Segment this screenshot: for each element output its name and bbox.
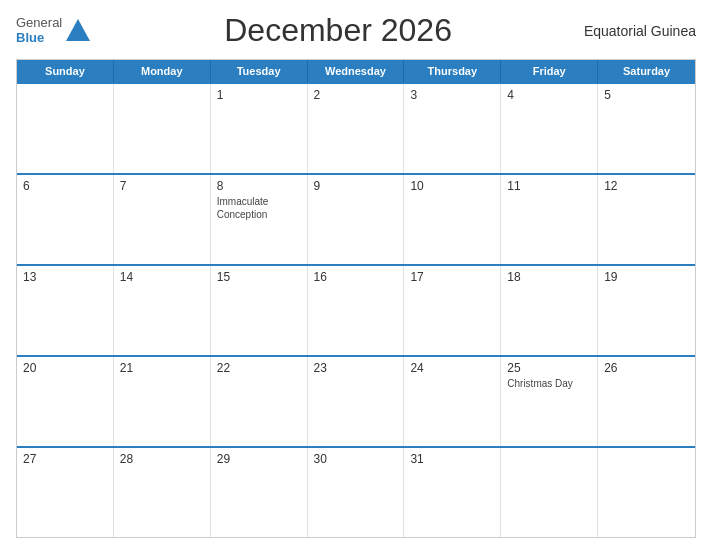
calendar-cell: 4: [501, 84, 598, 173]
calendar-cell: 3: [404, 84, 501, 173]
calendar-week-2: 678Immaculate Conception9101112: [17, 173, 695, 264]
calendar-cell: [114, 84, 211, 173]
header-day-wednesday: Wednesday: [308, 60, 405, 82]
day-number: 28: [120, 452, 204, 466]
logo-general: General: [16, 16, 62, 30]
calendar-cell: 6: [17, 175, 114, 264]
calendar-cell: 31: [404, 448, 501, 537]
header-day-thursday: Thursday: [404, 60, 501, 82]
logo-text: General Blue: [16, 16, 62, 45]
logo: General Blue: [16, 16, 92, 45]
day-number: 27: [23, 452, 107, 466]
day-number: 19: [604, 270, 689, 284]
event-label: Immaculate Conception: [217, 195, 301, 221]
logo-icon: [64, 17, 92, 45]
day-number: 15: [217, 270, 301, 284]
calendar-week-4: 202122232425Christmas Day26: [17, 355, 695, 446]
header: General Blue December 2026 Equatorial Gu…: [16, 12, 696, 49]
day-number: 23: [314, 361, 398, 375]
event-label: Christmas Day: [507, 377, 591, 390]
calendar-cell: 24: [404, 357, 501, 446]
calendar-cell: 2: [308, 84, 405, 173]
day-number: 31: [410, 452, 494, 466]
calendar-cell: 7: [114, 175, 211, 264]
calendar-cell: 16: [308, 266, 405, 355]
calendar-cell: 19: [598, 266, 695, 355]
day-number: 12: [604, 179, 689, 193]
day-number: 1: [217, 88, 301, 102]
header-day-saturday: Saturday: [598, 60, 695, 82]
calendar-cell: 13: [17, 266, 114, 355]
day-number: 4: [507, 88, 591, 102]
country-label: Equatorial Guinea: [584, 23, 696, 39]
header-day-monday: Monday: [114, 60, 211, 82]
day-number: 29: [217, 452, 301, 466]
calendar-cell: 21: [114, 357, 211, 446]
day-number: 16: [314, 270, 398, 284]
calendar-week-1: 12345: [17, 82, 695, 173]
day-number: 21: [120, 361, 204, 375]
day-number: 6: [23, 179, 107, 193]
day-number: 8: [217, 179, 301, 193]
calendar-cell: 28: [114, 448, 211, 537]
day-number: 17: [410, 270, 494, 284]
day-number: 30: [314, 452, 398, 466]
calendar-cell: [17, 84, 114, 173]
day-number: 7: [120, 179, 204, 193]
day-number: 14: [120, 270, 204, 284]
calendar-cell: [501, 448, 598, 537]
calendar-cell: [598, 448, 695, 537]
day-number: 18: [507, 270, 591, 284]
calendar-cell: 27: [17, 448, 114, 537]
day-number: 3: [410, 88, 494, 102]
calendar-body: 12345678Immaculate Conception91011121314…: [17, 82, 695, 537]
calendar-cell: 17: [404, 266, 501, 355]
day-number: 11: [507, 179, 591, 193]
calendar-cell: 1: [211, 84, 308, 173]
calendar-cell: 26: [598, 357, 695, 446]
calendar-cell: 29: [211, 448, 308, 537]
calendar-cell: 9: [308, 175, 405, 264]
day-number: 25: [507, 361, 591, 375]
calendar-cell: 14: [114, 266, 211, 355]
calendar-cell: 22: [211, 357, 308, 446]
calendar-week-3: 13141516171819: [17, 264, 695, 355]
page-title: December 2026: [224, 12, 452, 49]
calendar: SundayMondayTuesdayWednesdayThursdayFrid…: [16, 59, 696, 538]
calendar-cell: 30: [308, 448, 405, 537]
calendar-cell: 5: [598, 84, 695, 173]
day-number: 10: [410, 179, 494, 193]
day-number: 24: [410, 361, 494, 375]
logo-blue: Blue: [16, 31, 62, 45]
header-day-sunday: Sunday: [17, 60, 114, 82]
calendar-cell: 11: [501, 175, 598, 264]
calendar-cell: 8Immaculate Conception: [211, 175, 308, 264]
calendar-cell: 18: [501, 266, 598, 355]
day-number: 2: [314, 88, 398, 102]
day-number: 9: [314, 179, 398, 193]
day-number: 13: [23, 270, 107, 284]
calendar-cell: 20: [17, 357, 114, 446]
day-number: 20: [23, 361, 107, 375]
calendar-cell: 12: [598, 175, 695, 264]
header-day-tuesday: Tuesday: [211, 60, 308, 82]
calendar-header: SundayMondayTuesdayWednesdayThursdayFrid…: [17, 60, 695, 82]
day-number: 22: [217, 361, 301, 375]
day-number: 5: [604, 88, 689, 102]
calendar-week-5: 2728293031: [17, 446, 695, 537]
calendar-cell: 23: [308, 357, 405, 446]
page: General Blue December 2026 Equatorial Gu…: [0, 0, 712, 550]
calendar-cell: 25Christmas Day: [501, 357, 598, 446]
header-day-friday: Friday: [501, 60, 598, 82]
day-number: 26: [604, 361, 689, 375]
calendar-cell: 10: [404, 175, 501, 264]
calendar-cell: 15: [211, 266, 308, 355]
svg-marker-0: [66, 19, 90, 41]
